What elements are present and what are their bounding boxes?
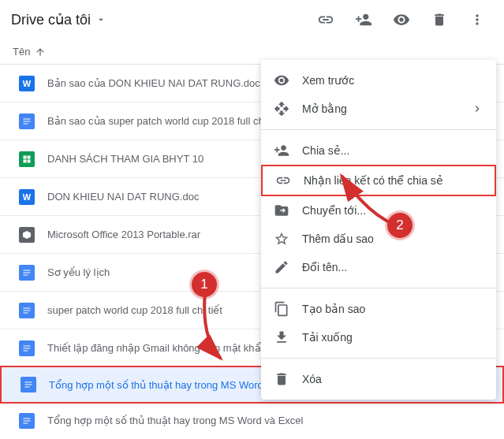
docs-file-icon [19, 340, 35, 356]
preview-button[interactable] [386, 4, 417, 35]
person-add-icon [274, 143, 289, 158]
word-file-icon: W [19, 76, 35, 91]
context-menu: Xem trước Mở bằng Chia sẻ... Nhận liên k… [261, 60, 496, 400]
pencil-icon [274, 259, 289, 275]
trash-icon [274, 371, 289, 387]
menu-label: Mở bằng [302, 102, 471, 115]
menu-download[interactable]: Tải xuống [261, 323, 496, 352]
sheets-file-icon [19, 151, 35, 167]
menu-label: Đổi tên... [302, 261, 483, 273]
chevron-down-icon [95, 14, 106, 25]
open-with-icon [274, 101, 289, 117]
link-icon [275, 173, 291, 188]
menu-add-star[interactable]: Thêm dấu sao [261, 225, 496, 253]
menu-open-with[interactable]: Mở bằng [261, 95, 496, 123]
menu-label: Nhận liên kết có thể chia sẻ [304, 174, 482, 187]
sort-arrow-icon [35, 47, 46, 58]
more-button[interactable] [461, 4, 493, 35]
docs-file-icon [19, 265, 35, 281]
get-link-button[interactable] [310, 4, 342, 35]
copy-icon [274, 301, 289, 317]
menu-label: Xóa [302, 373, 483, 385]
file-name: Tổng hợp một số thủ thuật hay trong MS W… [47, 415, 485, 426]
breadcrumb[interactable]: Drive của tôi [11, 11, 106, 28]
menu-label: Tải xuống [302, 331, 483, 344]
share-button[interactable] [348, 4, 379, 35]
menu-label: Xem trước [302, 74, 483, 87]
menu-label: Chia sẻ... [302, 144, 483, 157]
star-icon [274, 231, 289, 247]
docs-file-icon [19, 303, 35, 318]
column-header-label: Tên [13, 46, 30, 58]
menu-share[interactable]: Chia sẻ... [261, 136, 496, 165]
annotation-badge-2: 2 [387, 213, 413, 238]
toolbar [310, 4, 493, 35]
remove-button[interactable] [424, 4, 455, 35]
menu-divider [261, 358, 496, 359]
file-row[interactable]: Tổng hợp một số thủ thuật hay trong MS W… [0, 402, 504, 439]
breadcrumb-label: Drive của tôi [11, 11, 91, 28]
menu-rename[interactable]: Đổi tên... [261, 253, 496, 281]
menu-preview[interactable]: Xem trước [261, 66, 496, 95]
menu-divider [261, 129, 496, 130]
word-file-icon: W [19, 189, 35, 205]
download-icon [274, 329, 289, 345]
menu-remove[interactable]: Xóa [261, 365, 496, 393]
annotation-badge-1: 1 [192, 272, 217, 297]
menu-get-shareable-link[interactable]: Nhận liên kết có thể chia sẻ [261, 165, 496, 196]
chevron-right-icon [471, 102, 483, 115]
docs-file-icon [19, 413, 35, 429]
menu-move-to[interactable]: Chuyển tới... [261, 196, 496, 225]
rar-file-icon [19, 227, 35, 243]
move-icon [274, 203, 289, 218]
docs-file-icon [19, 113, 35, 129]
menu-label: Tạo bản sao [302, 303, 483, 315]
menu-divider [261, 288, 496, 288]
menu-make-copy[interactable]: Tạo bản sao [261, 295, 496, 323]
docs-file-icon [21, 377, 36, 392]
eye-icon [274, 73, 289, 88]
